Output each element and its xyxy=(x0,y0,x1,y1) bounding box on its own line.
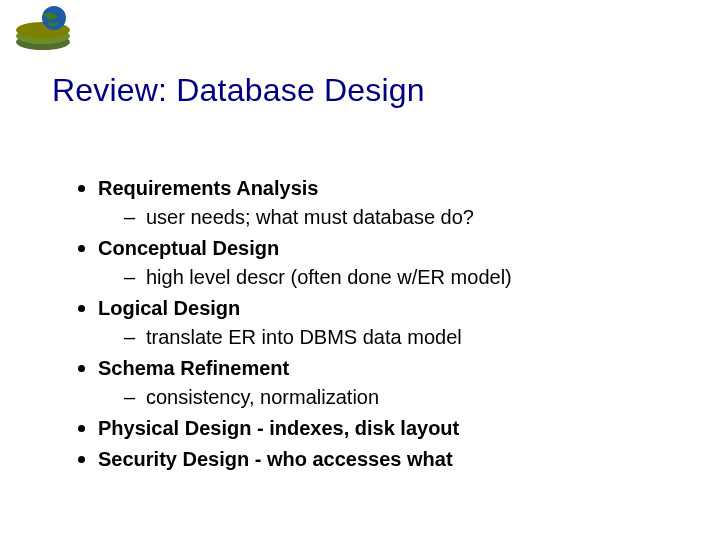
bullet-label: Conceptual Design xyxy=(98,237,279,259)
bullet-item: Security Design - who accesses what xyxy=(74,445,654,474)
bullet-label: Physical Design - indexes, disk layout xyxy=(98,417,459,439)
sub-bullet: user needs; what must database do? xyxy=(120,203,654,232)
bullet-item: Logical Design translate ER into DBMS da… xyxy=(74,294,654,352)
bullet-item: Schema Refinement consistency, normaliza… xyxy=(74,354,654,412)
slide-title: Review: Database Design xyxy=(52,72,425,109)
bullet-item: Requirements Analysis user needs; what m… xyxy=(74,174,654,232)
sub-bullet: high level descr (often done w/ER model) xyxy=(120,263,654,292)
bullet-label: Schema Refinement xyxy=(98,357,289,379)
sub-bullet: translate ER into DBMS data model xyxy=(120,323,654,352)
bullet-label: Logical Design xyxy=(98,297,240,319)
bullet-label: Requirements Analysis xyxy=(98,177,318,199)
sub-bullet: consistency, normalization xyxy=(120,383,654,412)
bullet-label: Security Design - who accesses what xyxy=(98,448,453,470)
bullet-item: Conceptual Design high level descr (ofte… xyxy=(74,234,654,292)
bullet-item: Physical Design - indexes, disk layout xyxy=(74,414,654,443)
slide-body: Requirements Analysis user needs; what m… xyxy=(74,174,654,476)
database-globe-logo-icon xyxy=(14,6,72,52)
